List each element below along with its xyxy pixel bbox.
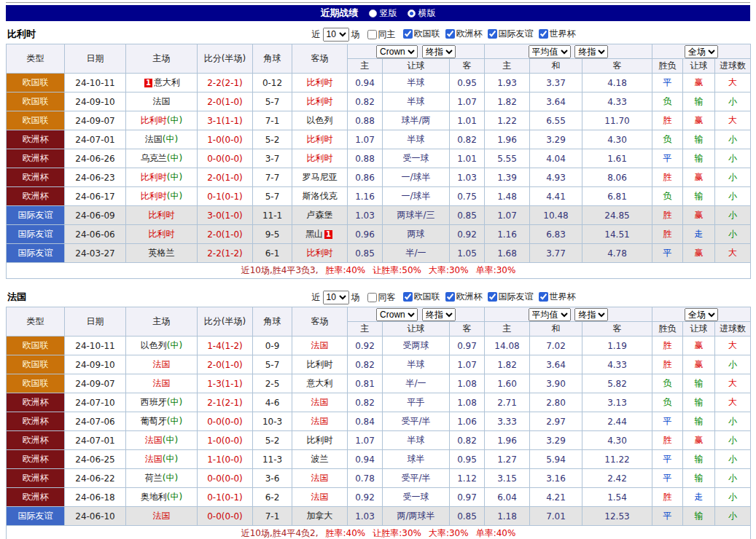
same-venue-filter[interactable]: 同客 [367,291,396,304]
result-cell: 平 [652,507,683,526]
match-type-cell: 国际友谊 [7,206,65,225]
average-select[interactable]: 平均值 [529,45,571,58]
odds-stage-select[interactable]: 终指 [422,308,456,321]
subcol-avg-away: 客 [582,59,652,74]
avg-stage-select[interactable]: 终指 [574,45,608,58]
match-row: 国际友谊24-06-06比利时2-0(1-0)9-5黑山10.96两球0.921… [7,225,751,244]
competition-checkbox[interactable] [445,29,455,39]
odds-stage-select[interactable]: 终指 [422,45,456,58]
match-type-cell: 欧国联 [7,74,65,93]
bookmaker-select[interactable]: Crown [376,308,418,321]
handicap-result-cell: 赢 [683,355,715,374]
competition-filter[interactable]: 国际友谊 [488,28,534,40]
col-goals: 进球数 [715,322,751,337]
col-goals: 进球数 [715,59,751,74]
view-option-horizontal[interactable]: 横版 [408,7,436,20]
match-row: 欧洲杯24-06-23比利时(中)2-0(1-0)7-7罗马尼亚0.86一/球半… [7,168,751,187]
competition-checkbox[interactable] [488,29,497,39]
goals-result-cell: 小 [715,168,751,187]
goals-result-cell: 小 [715,206,751,225]
team-label: 比利时 [307,248,333,258]
odds-home-cell: 0.78 [348,469,383,488]
competition-filter[interactable]: 欧国联 [403,28,440,40]
same-venue-label: 同客 [378,291,396,304]
odds-away-cell: 1.01 [450,111,485,130]
scope-group-header: 全场 [652,307,751,322]
competition-label: 世界杯 [550,28,576,40]
match-date-cell: 24-03-27 [65,244,126,263]
team-label: 英格兰 [149,248,175,258]
result-cell: 平 [652,469,683,488]
table-caption: 法国 近 10 场 同客 欧国联欧洲杯国际友谊世界杯 [6,288,750,307]
odds-handicap-cell: 受两球 [383,337,450,355]
odds-home-cell: 0.81 [348,374,383,393]
away-team-cell: 比利时 [292,93,348,111]
competition-filter[interactable]: 世界杯 [539,28,576,40]
view-option-vertical-label[interactable]: 竖版 [380,7,397,20]
corners-cell: 3-7 [253,149,292,168]
odds-handicap-cell: 一/球半 [383,187,450,206]
avg-home-cell: 1.22 [485,111,530,130]
same-venue-checkbox[interactable] [367,293,377,302]
bookmaker-select[interactable]: Crown [376,45,418,58]
competition-checkbox[interactable] [445,292,455,302]
handicap-result-cell: 输 [683,130,715,149]
goals-result-cell: 小 [715,488,751,507]
competition-checkbox[interactable] [539,292,548,302]
radio-vertical-icon[interactable] [369,9,377,17]
recent-count-select[interactable]: 10 [323,291,349,304]
team-label: 法国 [311,473,329,483]
home-team-cell: 乌克兰(中) [126,149,198,168]
same-venue-checkbox[interactable] [367,30,377,39]
handicap-result-cell: 输 [683,450,715,469]
avg-away-cell: 14.51 [582,225,652,244]
summary-segment: 近10场,胜4平3负3, [241,265,319,275]
average-select[interactable]: 平均值 [529,308,571,321]
competition-filter[interactable]: 世界杯 [539,291,576,303]
col-handicap-result: 让球 [683,322,715,337]
col-corner: 角球 [253,44,292,74]
radio-horizontal-icon[interactable] [408,9,416,17]
match-type-cell: 欧国联 [7,337,65,355]
corners-cell: 5-7 [253,93,292,111]
competition-checkbox[interactable] [403,29,413,39]
same-venue-label: 同主 [378,28,396,41]
avg-home-cell: 5.55 [485,149,530,168]
recent-count-select[interactable]: 10 [323,28,349,42]
handicap-result-cell: 走 [683,225,715,244]
goals-result-cell: 小 [715,149,751,168]
competition-filter[interactable]: 欧洲杯 [445,28,483,40]
handicap-result-cell: 赢 [683,431,715,450]
odds-away-cell: 0.85 [450,206,485,225]
home-team-cell: 荷兰(中) [126,469,198,488]
avg-draw-cell: 4.41 [530,187,582,206]
match-row: 欧洲杯24-06-26乌克兰(中)0-0(0-0)3-7比利时0.88受一球1.… [7,149,751,168]
view-option-vertical[interactable]: 竖版 [369,7,397,20]
home-team-cell: 法国 [126,355,198,374]
competition-filter[interactable]: 欧洲杯 [445,291,483,303]
competition-checkbox[interactable] [488,292,497,302]
away-team-cell: 法国 [292,488,348,507]
home-team-cell: 法国(中) [126,431,198,450]
avg-stage-select[interactable]: 终指 [574,308,608,321]
subcol-avg-home: 主 [485,322,530,337]
competition-checkbox[interactable] [403,292,413,302]
odds-home-cell: 0.88 [348,149,383,168]
result-cell: 负 [652,93,683,111]
same-venue-filter[interactable]: 同主 [367,28,396,41]
scope-select[interactable]: 全场 [685,308,718,321]
handicap-result-cell: 输 [683,412,715,431]
competition-checkbox[interactable] [539,29,548,39]
avg-home-cell: 1.96 [485,431,530,450]
view-option-horizontal-label[interactable]: 横版 [418,7,436,20]
match-date-cell: 24-07-01 [65,431,126,450]
scope-select[interactable]: 全场 [685,45,718,58]
col-result: 胜负 [652,322,683,337]
neutral-venue-suffix: (中) [167,172,182,182]
match-type-cell: 欧国联 [7,93,65,111]
odds-home-cell: 1.07 [348,431,383,450]
competition-filter[interactable]: 欧国联 [403,291,440,303]
odds-home-cell: 0.92 [348,488,383,507]
competition-filter[interactable]: 国际友谊 [488,291,534,303]
summary-row: 近10场,胜4平4负2,胜率:40%让胜率:30%大率:30%单率:40% [7,526,751,539]
